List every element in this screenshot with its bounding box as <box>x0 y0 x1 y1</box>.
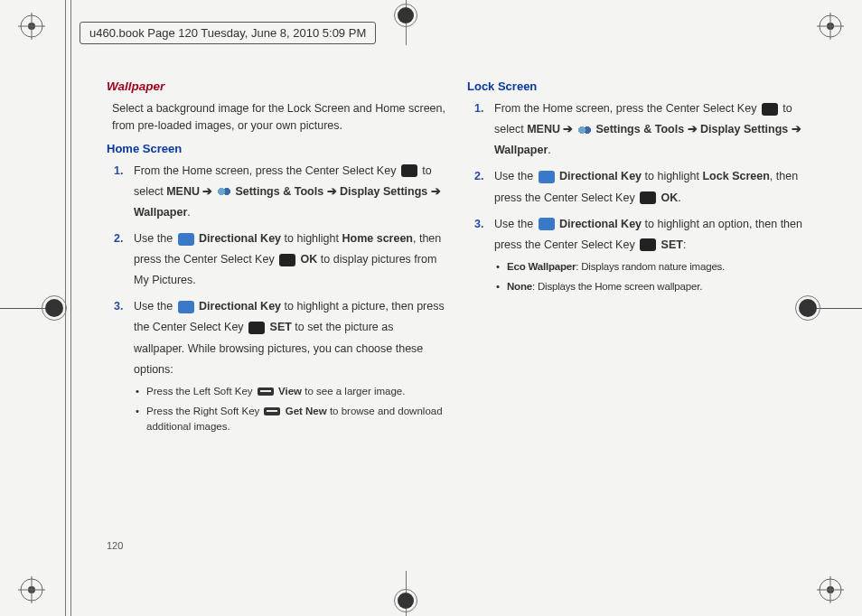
registration-mark-top <box>398 7 414 23</box>
step-1: From the Home screen, press the Center S… <box>494 98 808 161</box>
center-select-key-icon <box>640 238 656 251</box>
center-select-key-icon <box>762 103 778 116</box>
wallpaper-label: Wallpaper <box>494 144 548 156</box>
text: Use the <box>494 170 537 182</box>
crop-mark-bottom-left <box>18 576 45 603</box>
directional-key-icon <box>539 171 555 183</box>
left-column: Wallpaper Select a background image for … <box>107 74 447 535</box>
text: to highlight <box>281 232 342 245</box>
center-select-key-icon <box>248 322 265 334</box>
options-list: Press the Left Soft Key View to see a la… <box>134 384 447 435</box>
ok-label: OK <box>301 253 318 266</box>
trim-line-2 <box>70 0 71 616</box>
registration-mark-right <box>799 297 862 319</box>
heading-home-screen: Home Screen <box>107 142 447 155</box>
text: : Displays the Home screen wallpaper. <box>532 281 702 292</box>
step-1: From the Home screen, press the Center S… <box>134 161 447 223</box>
directional-key-icon <box>178 301 194 313</box>
right-column: Lock Screen From the Home screen, press … <box>467 74 808 535</box>
bullet-eco: Eco Wallpaper: Displays random nature im… <box>507 259 808 275</box>
arrow: ➔ <box>560 123 576 135</box>
registration-mark-bottom <box>398 593 414 609</box>
right-soft-key-icon <box>264 407 280 415</box>
trim-line-1 <box>65 0 66 616</box>
directional-key-label: Directional Key <box>559 218 642 230</box>
none-label: None <box>507 281 532 292</box>
menu-label: MENU <box>527 123 560 135</box>
menu-label: MENU <box>166 185 200 198</box>
set-label: SET <box>661 238 683 251</box>
frame-header: u460.book Page 120 Tuesday, June 8, 2010… <box>80 22 376 44</box>
registration-mark-left <box>0 297 63 319</box>
intro-text: Select a background image for the Lock S… <box>112 100 447 135</box>
display-settings-label: Display Settings <box>700 123 788 135</box>
wallpaper-label: Wallpaper <box>134 206 187 219</box>
eco-wallpaper-label: Eco Wallpaper <box>507 261 576 272</box>
step-2: Use the Directional Key to highlight Loc… <box>494 166 808 208</box>
crop-mark-top-left <box>18 13 45 40</box>
text: to highlight <box>642 170 702 182</box>
text: Use the <box>134 300 176 313</box>
get-new-label: Get New <box>286 406 327 416</box>
bullet-view: Press the Left Soft Key View to see a la… <box>146 384 447 400</box>
center-select-key-icon <box>401 164 417 177</box>
page-number: 120 <box>107 540 123 551</box>
center-select-key-icon <box>279 254 295 266</box>
crop-mark-bottom-right <box>817 576 844 603</box>
settings-tools-label: Settings & Tools <box>595 123 684 135</box>
text: : Displays random nature images. <box>576 261 725 272</box>
step-3: Use the Directional Key to highlight an … <box>494 214 808 295</box>
page-body: Wallpaper Select a background image for … <box>107 74 808 535</box>
center-select-key-icon <box>640 191 656 204</box>
display-settings-label: Display Settings <box>340 185 427 198</box>
bullet-get-new: Press the Right Soft Key Get New to brow… <box>146 404 447 436</box>
options-list: Eco Wallpaper: Displays random nature im… <box>494 259 808 295</box>
heading-wallpaper: Wallpaper <box>107 79 447 93</box>
directional-key-icon <box>178 233 194 246</box>
text: From the Home screen, press the Center S… <box>494 102 760 115</box>
lock-screen-label: Lock Screen <box>702 170 769 182</box>
left-soft-key-icon <box>258 387 274 396</box>
step-3: Use the Directional Key to highlight a p… <box>134 296 447 435</box>
text: Use the <box>494 218 537 230</box>
directional-key-label: Directional Key <box>559 170 642 182</box>
set-label: SET <box>270 321 292 333</box>
heading-lock-screen: Lock Screen <box>467 79 808 93</box>
lock-screen-steps: From the Home screen, press the Center S… <box>467 98 808 295</box>
directional-key-icon <box>539 218 555 230</box>
arrow: ➔ <box>200 185 216 198</box>
text: to see a larger image. <box>302 386 405 397</box>
home-screen-label: Home screen <box>342 232 413 245</box>
arrow: ➔ <box>684 123 700 135</box>
crop-mark-top-right <box>817 13 844 40</box>
text: : <box>683 238 686 251</box>
directional-key-label: Directional Key <box>199 232 281 245</box>
directional-key-label: Directional Key <box>199 300 281 313</box>
arrow: ➔ <box>427 185 440 198</box>
step-2: Use the Directional Key to highlight Hom… <box>134 229 447 291</box>
text: Press the Right Soft Key <box>146 406 262 416</box>
home-screen-steps: From the Home screen, press the Center S… <box>107 161 447 436</box>
settings-tools-label: Settings & Tools <box>235 185 323 198</box>
arrow: ➔ <box>323 185 340 198</box>
settings-gear-icon <box>576 124 593 136</box>
arrow: ➔ <box>788 123 801 135</box>
ok-label: OK <box>661 191 679 204</box>
bullet-none: None: Displays the Home screen wallpaper… <box>507 279 808 295</box>
text: Press the Left Soft Key <box>146 386 256 397</box>
text: . <box>678 191 680 204</box>
text: Use the <box>134 232 176 245</box>
settings-gear-icon <box>216 185 232 198</box>
view-label: View <box>278 386 302 397</box>
text: From the Home screen, press the Center S… <box>134 164 399 177</box>
